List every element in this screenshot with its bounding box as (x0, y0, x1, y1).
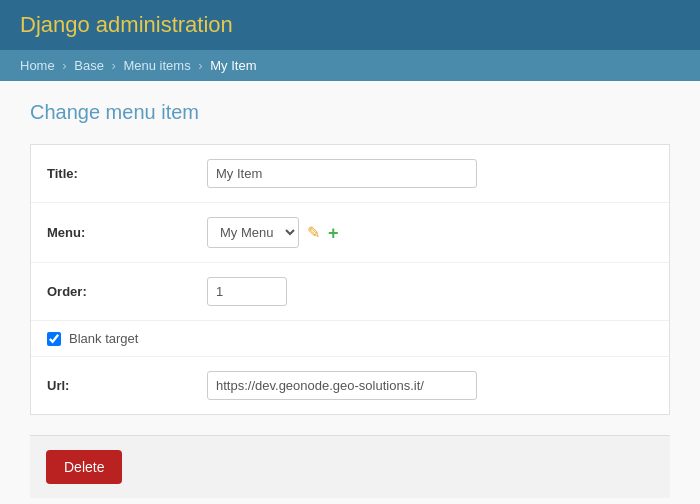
title-input[interactable] (207, 159, 477, 188)
breadcrumb-base[interactable]: Base (74, 58, 104, 73)
breadcrumb-sep-1: › (62, 58, 70, 73)
title-field (207, 159, 477, 188)
blank-target-label: Blank target (69, 331, 138, 346)
delete-button[interactable]: Delete (46, 450, 122, 484)
breadcrumb-menu-items[interactable]: Menu items (123, 58, 190, 73)
url-input[interactable] (207, 371, 477, 400)
form-footer: Delete (30, 435, 670, 498)
blank-target-checkbox[interactable] (47, 332, 61, 346)
order-label: Order: (47, 284, 207, 299)
breadcrumb-current: My Item (210, 58, 256, 73)
menu-select[interactable]: My Menu (207, 217, 299, 248)
edit-menu-icon[interactable]: ✎ (307, 223, 320, 242)
order-input[interactable] (207, 277, 287, 306)
page-content: Change menu item Title: Menu: My Menu ✎ … (0, 81, 700, 504)
breadcrumb: Home › Base › Menu items › My Item (0, 50, 700, 81)
add-menu-icon[interactable]: + (328, 224, 339, 242)
url-field (207, 371, 477, 400)
menu-row: Menu: My Menu ✎ + (31, 203, 669, 263)
url-label: Url: (47, 378, 207, 393)
order-row: Order: (31, 263, 669, 321)
form-container: Title: Menu: My Menu ✎ + Order: (30, 144, 670, 415)
menu-label: Menu: (47, 225, 207, 240)
blank-target-row: Blank target (31, 321, 669, 357)
menu-field: My Menu ✎ + (207, 217, 339, 248)
breadcrumb-home[interactable]: Home (20, 58, 55, 73)
site-title: Django administration (20, 12, 680, 38)
order-field (207, 277, 287, 306)
breadcrumb-sep-3: › (198, 58, 206, 73)
title-label: Title: (47, 166, 207, 181)
page-title: Change menu item (30, 101, 670, 124)
title-row: Title: (31, 145, 669, 203)
header: Django administration (0, 0, 700, 50)
url-row: Url: (31, 357, 669, 414)
breadcrumb-sep-2: › (112, 58, 120, 73)
